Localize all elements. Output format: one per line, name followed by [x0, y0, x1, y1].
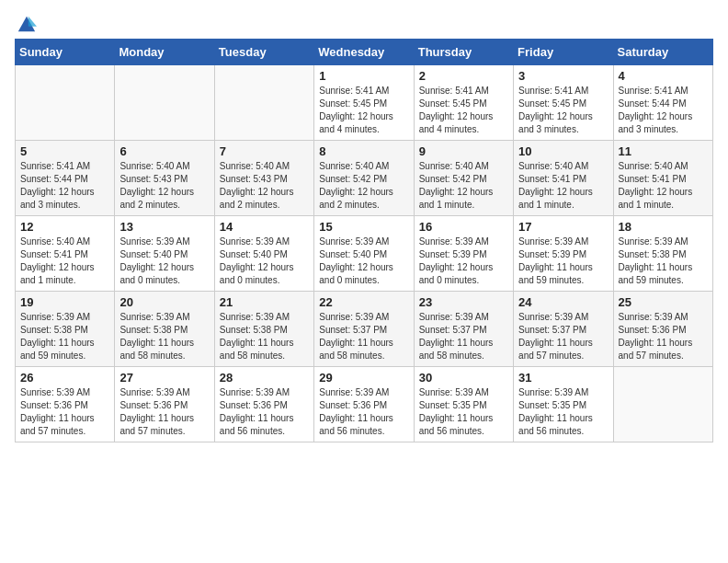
page-header [15, 15, 713, 31]
calendar-cell: 17Sunrise: 5:39 AM Sunset: 5:39 PM Dayli… [514, 216, 613, 292]
day-number: 20 [119, 295, 209, 309]
day-info: Sunrise: 5:41 AM Sunset: 5:45 PM Dayligh… [518, 85, 608, 136]
calendar-week-row: 12Sunrise: 5:40 AM Sunset: 5:41 PM Dayli… [16, 216, 713, 292]
logo [15, 15, 37, 31]
weekday-header: Thursday [414, 40, 513, 65]
calendar-cell: 14Sunrise: 5:39 AM Sunset: 5:40 PM Dayli… [214, 216, 313, 292]
calendar-header-row: SundayMondayTuesdayWednesdayThursdayFrid… [16, 40, 713, 65]
calendar-cell: 15Sunrise: 5:39 AM Sunset: 5:40 PM Dayli… [314, 216, 414, 292]
day-number: 10 [518, 144, 608, 158]
day-number: 14 [220, 220, 309, 234]
day-number: 12 [20, 220, 109, 234]
calendar-week-row: 26Sunrise: 5:39 AM Sunset: 5:36 PM Dayli… [16, 367, 713, 442]
day-info: Sunrise: 5:40 AM Sunset: 5:41 PM Dayligh… [518, 160, 608, 212]
calendar-cell: 30Sunrise: 5:39 AM Sunset: 5:35 PM Dayli… [414, 367, 513, 442]
day-info: Sunrise: 5:39 AM Sunset: 5:39 PM Dayligh… [518, 236, 608, 287]
svg-marker-1 [28, 17, 37, 27]
calendar-cell: 6Sunrise: 5:40 AM Sunset: 5:43 PM Daylig… [115, 141, 214, 216]
day-number: 2 [419, 69, 508, 83]
day-number: 22 [319, 295, 408, 309]
day-number: 4 [619, 69, 708, 83]
calendar-cell: 20Sunrise: 5:39 AM Sunset: 5:38 PM Dayli… [115, 292, 214, 367]
day-info: Sunrise: 5:39 AM Sunset: 5:36 PM Dayligh… [20, 386, 109, 438]
day-number: 1 [319, 69, 408, 83]
day-number: 16 [419, 220, 508, 234]
day-number: 25 [619, 295, 708, 309]
day-info: Sunrise: 5:40 AM Sunset: 5:43 PM Dayligh… [119, 160, 209, 212]
weekday-header: Wednesday [314, 40, 414, 65]
calendar-cell: 5Sunrise: 5:41 AM Sunset: 5:44 PM Daylig… [16, 141, 115, 216]
calendar-cell [613, 367, 712, 442]
calendar-week-row: 5Sunrise: 5:41 AM Sunset: 5:44 PM Daylig… [16, 141, 713, 216]
calendar-cell: 22Sunrise: 5:39 AM Sunset: 5:37 PM Dayli… [314, 292, 414, 367]
weekday-header: Saturday [613, 40, 712, 65]
calendar-cell: 11Sunrise: 5:40 AM Sunset: 5:41 PM Dayli… [613, 141, 712, 216]
day-number: 19 [20, 295, 109, 309]
weekday-header: Sunday [16, 40, 115, 65]
day-number: 21 [220, 295, 309, 309]
day-info: Sunrise: 5:39 AM Sunset: 5:35 PM Dayligh… [419, 386, 508, 438]
day-number: 23 [419, 295, 508, 309]
day-info: Sunrise: 5:40 AM Sunset: 5:41 PM Dayligh… [20, 236, 109, 287]
day-info: Sunrise: 5:41 AM Sunset: 5:45 PM Dayligh… [419, 85, 508, 136]
day-info: Sunrise: 5:39 AM Sunset: 5:36 PM Dayligh… [619, 311, 708, 362]
day-number: 30 [419, 371, 508, 385]
calendar-cell [16, 65, 115, 141]
day-info: Sunrise: 5:41 AM Sunset: 5:44 PM Dayligh… [20, 160, 109, 212]
day-info: Sunrise: 5:40 AM Sunset: 5:42 PM Dayligh… [419, 160, 508, 212]
day-info: Sunrise: 5:39 AM Sunset: 5:36 PM Dayligh… [220, 386, 309, 438]
day-number: 9 [419, 144, 508, 158]
day-number: 11 [619, 144, 708, 158]
calendar-cell: 29Sunrise: 5:39 AM Sunset: 5:36 PM Dayli… [314, 367, 414, 442]
day-number: 18 [619, 220, 708, 234]
calendar-cell: 24Sunrise: 5:39 AM Sunset: 5:37 PM Dayli… [514, 292, 613, 367]
day-number: 29 [319, 371, 408, 385]
calendar-cell: 23Sunrise: 5:39 AM Sunset: 5:37 PM Dayli… [414, 292, 513, 367]
day-number: 3 [518, 69, 608, 83]
calendar-cell: 28Sunrise: 5:39 AM Sunset: 5:36 PM Dayli… [214, 367, 313, 442]
calendar-cell: 13Sunrise: 5:39 AM Sunset: 5:40 PM Dayli… [115, 216, 214, 292]
calendar-cell: 31Sunrise: 5:39 AM Sunset: 5:35 PM Dayli… [514, 367, 613, 442]
day-number: 27 [119, 371, 209, 385]
day-info: Sunrise: 5:39 AM Sunset: 5:37 PM Dayligh… [419, 311, 508, 362]
calendar-cell: 27Sunrise: 5:39 AM Sunset: 5:36 PM Dayli… [115, 367, 214, 442]
day-info: Sunrise: 5:39 AM Sunset: 5:40 PM Dayligh… [119, 236, 209, 287]
day-info: Sunrise: 5:41 AM Sunset: 5:45 PM Dayligh… [319, 85, 408, 136]
calendar-cell: 19Sunrise: 5:39 AM Sunset: 5:38 PM Dayli… [16, 292, 115, 367]
weekday-header: Friday [514, 40, 613, 65]
day-number: 5 [20, 144, 109, 158]
day-number: 26 [20, 371, 109, 385]
calendar-week-row: 1Sunrise: 5:41 AM Sunset: 5:45 PM Daylig… [16, 65, 713, 141]
calendar-cell [115, 65, 214, 141]
day-number: 17 [518, 220, 608, 234]
calendar-week-row: 19Sunrise: 5:39 AM Sunset: 5:38 PM Dayli… [16, 292, 713, 367]
day-info: Sunrise: 5:39 AM Sunset: 5:36 PM Dayligh… [119, 386, 209, 438]
calendar-cell: 4Sunrise: 5:41 AM Sunset: 5:44 PM Daylig… [613, 65, 712, 141]
calendar-cell: 25Sunrise: 5:39 AM Sunset: 5:36 PM Dayli… [613, 292, 712, 367]
day-info: Sunrise: 5:39 AM Sunset: 5:39 PM Dayligh… [419, 236, 508, 287]
logo-icon [17, 15, 37, 35]
day-info: Sunrise: 5:40 AM Sunset: 5:42 PM Dayligh… [319, 160, 408, 212]
calendar-cell: 9Sunrise: 5:40 AM Sunset: 5:42 PM Daylig… [414, 141, 513, 216]
day-info: Sunrise: 5:40 AM Sunset: 5:41 PM Dayligh… [619, 160, 708, 212]
weekday-header: Tuesday [214, 40, 313, 65]
day-info: Sunrise: 5:39 AM Sunset: 5:38 PM Dayligh… [220, 311, 309, 362]
calendar-cell: 16Sunrise: 5:39 AM Sunset: 5:39 PM Dayli… [414, 216, 513, 292]
calendar-cell: 7Sunrise: 5:40 AM Sunset: 5:43 PM Daylig… [214, 141, 313, 216]
day-number: 13 [119, 220, 209, 234]
day-info: Sunrise: 5:39 AM Sunset: 5:38 PM Dayligh… [119, 311, 209, 362]
calendar-cell [214, 65, 313, 141]
day-info: Sunrise: 5:39 AM Sunset: 5:36 PM Dayligh… [319, 386, 408, 438]
day-info: Sunrise: 5:39 AM Sunset: 5:37 PM Dayligh… [518, 311, 608, 362]
day-number: 6 [119, 144, 209, 158]
day-info: Sunrise: 5:39 AM Sunset: 5:40 PM Dayligh… [220, 236, 309, 287]
calendar-cell: 12Sunrise: 5:40 AM Sunset: 5:41 PM Dayli… [16, 216, 115, 292]
calendar-cell: 10Sunrise: 5:40 AM Sunset: 5:41 PM Dayli… [514, 141, 613, 216]
calendar-cell: 8Sunrise: 5:40 AM Sunset: 5:42 PM Daylig… [314, 141, 414, 216]
calendar-table: SundayMondayTuesdayWednesdayThursdayFrid… [15, 39, 713, 442]
calendar-cell: 18Sunrise: 5:39 AM Sunset: 5:38 PM Dayli… [613, 216, 712, 292]
day-number: 15 [319, 220, 408, 234]
day-info: Sunrise: 5:39 AM Sunset: 5:35 PM Dayligh… [518, 386, 608, 438]
calendar-cell: 1Sunrise: 5:41 AM Sunset: 5:45 PM Daylig… [314, 65, 414, 141]
day-number: 31 [518, 371, 608, 385]
